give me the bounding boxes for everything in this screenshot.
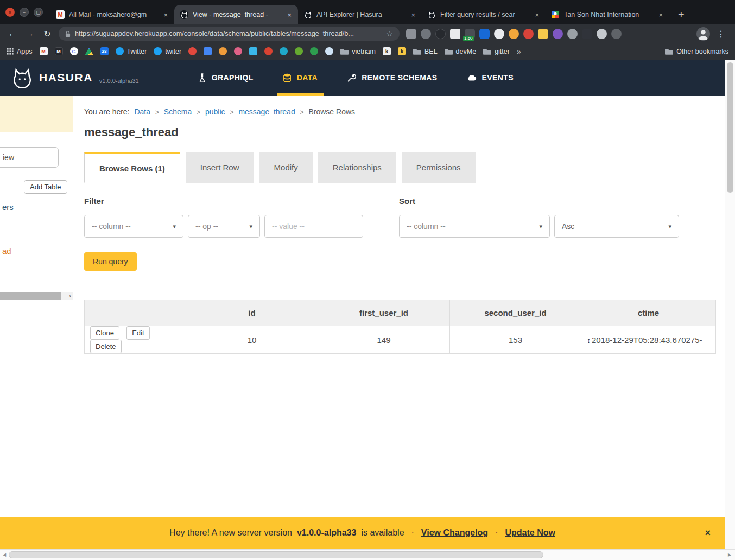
tab-browse-rows[interactable]: Browse Rows (1) bbox=[84, 152, 180, 183]
horizontal-scrollbar[interactable]: ◀ ▶ bbox=[0, 549, 735, 560]
vertical-scrollbar[interactable] bbox=[725, 60, 735, 549]
bookmark-folder-bel[interactable]: BEL bbox=[413, 48, 438, 55]
add-table-button[interactable]: Add Table bbox=[24, 180, 67, 194]
window-minimize-icon[interactable]: − bbox=[20, 8, 29, 17]
window-maximize-icon[interactable]: ▢ bbox=[34, 8, 43, 17]
k-bookmark-icon[interactable]: k bbox=[398, 47, 406, 55]
bookmark-site-icon[interactable] bbox=[264, 47, 273, 55]
edit-button[interactable]: Edit bbox=[126, 326, 149, 340]
scroll-right-icon[interactable]: › bbox=[69, 292, 71, 300]
filter-column-select[interactable]: -- column -- ▾ bbox=[84, 215, 183, 238]
tab-insert-row[interactable]: Insert Row bbox=[186, 152, 254, 183]
google-bookmark-icon[interactable]: G bbox=[70, 47, 78, 55]
bookmark-site-icon[interactable] bbox=[219, 47, 227, 55]
browser-tab-maps[interactable]: Tan Son Nhat Internation × bbox=[546, 5, 669, 24]
url-text[interactable]: https://suguappdev.herokuapp.com/console… bbox=[75, 30, 382, 37]
browser-menu-icon[interactable]: ⋮ bbox=[711, 29, 731, 39]
sort-order-select[interactable]: Asc ▾ bbox=[554, 215, 679, 238]
bookmark-site-icon[interactable] bbox=[188, 47, 197, 55]
filter-op-select[interactable]: -- op -- ▾ bbox=[188, 215, 260, 238]
k-bookmark-icon[interactable]: k bbox=[383, 47, 391, 55]
extension-icon[interactable] bbox=[494, 29, 504, 39]
expand-updown-icon[interactable]: ↕ bbox=[587, 336, 591, 345]
tab-relationships[interactable]: Relationships bbox=[318, 152, 396, 183]
extension-icon[interactable] bbox=[597, 29, 607, 39]
banner-close-icon[interactable]: × bbox=[705, 527, 711, 539]
profile-avatar[interactable] bbox=[696, 27, 710, 41]
extension-icon[interactable] bbox=[538, 29, 548, 39]
browser-tab-active-message-thread[interactable]: View - message_thread - × bbox=[174, 5, 298, 24]
bookmark-site-icon[interactable] bbox=[204, 47, 212, 55]
update-now-link[interactable]: Update Now bbox=[505, 528, 555, 538]
filter-value-input[interactable] bbox=[264, 215, 363, 238]
new-tab-button[interactable]: + bbox=[669, 5, 693, 24]
bookmark-site-icon[interactable] bbox=[295, 47, 303, 55]
bookmark-twitter[interactable]: Twitter bbox=[116, 47, 147, 55]
bookmark-site-icon[interactable] bbox=[325, 47, 333, 55]
bookmark-site-icon[interactable] bbox=[280, 47, 288, 55]
browser-tab-api-explorer[interactable]: API Explorer | Hasura × bbox=[298, 5, 422, 24]
bookmarks-overflow-icon[interactable]: » bbox=[517, 47, 521, 56]
breadcrumb-link-schema[interactable]: Schema bbox=[164, 107, 192, 116]
window-close-icon[interactable]: × bbox=[5, 8, 15, 17]
extension-icon[interactable] bbox=[553, 29, 563, 39]
scroll-left-icon[interactable]: ◀ bbox=[0, 550, 9, 560]
scrollbar-thumb[interactable] bbox=[0, 292, 61, 300]
bookmark-folder-gitter[interactable]: gitter bbox=[483, 48, 510, 55]
sidebar-horizontal-scrollbar[interactable]: › bbox=[0, 292, 73, 300]
bookmark-site-icon[interactable] bbox=[310, 47, 318, 55]
extension-icon[interactable] bbox=[479, 29, 490, 39]
tab-close-icon[interactable]: × bbox=[285, 11, 294, 19]
breadcrumb-link-table[interactable]: message_thread bbox=[238, 107, 295, 116]
scrollbar-thumb[interactable] bbox=[727, 62, 733, 193]
delete-button[interactable]: Delete bbox=[90, 340, 122, 353]
browser-tab-filter-query[interactable]: Filter query results / sear × bbox=[422, 5, 546, 24]
extension-icon[interactable] bbox=[523, 29, 534, 39]
extension-icon[interactable] bbox=[611, 29, 622, 39]
nav-remote-schemas[interactable]: REMOTE SCHEMAS bbox=[332, 60, 452, 96]
extension-icon[interactable] bbox=[435, 29, 446, 39]
view-changelog-link[interactable]: View Changelog bbox=[421, 528, 488, 538]
extension-icon[interactable] bbox=[406, 29, 416, 39]
tab-close-icon[interactable]: × bbox=[656, 11, 665, 19]
table-search-input[interactable]: iew bbox=[0, 147, 59, 168]
extension-icon[interactable] bbox=[582, 29, 592, 39]
apps-shortcut[interactable]: Apps bbox=[7, 48, 33, 55]
reload-icon[interactable]: ↻ bbox=[39, 29, 55, 39]
forward-icon[interactable]: → bbox=[22, 29, 38, 39]
nav-graphiql[interactable]: GRAPHIQL bbox=[183, 60, 268, 96]
tab-close-icon[interactable]: × bbox=[409, 11, 417, 19]
back-icon[interactable]: ← bbox=[4, 29, 21, 39]
scrollbar-thumb[interactable] bbox=[9, 551, 543, 558]
nav-data[interactable]: DATA bbox=[268, 60, 332, 96]
sort-column-select[interactable]: -- column -- ▾ bbox=[399, 215, 550, 238]
bookmark-star-icon[interactable]: ☆ bbox=[386, 29, 393, 38]
extension-icon[interactable] bbox=[421, 29, 431, 39]
drive-bookmark-icon[interactable] bbox=[85, 48, 93, 55]
hasura-brand[interactable]: HASURA v1.0.0-alpha31 bbox=[0, 60, 144, 96]
bookmark-site-icon[interactable] bbox=[234, 47, 242, 55]
calendar-bookmark-icon[interactable]: 28 bbox=[100, 47, 109, 55]
nav-events[interactable]: EVENTS bbox=[452, 60, 528, 96]
gmail-bookmark-icon[interactable]: M bbox=[40, 47, 48, 55]
tab-permissions[interactable]: Permissions bbox=[402, 152, 476, 183]
address-bar[interactable]: https://suguappdev.herokuapp.com/console… bbox=[59, 27, 400, 41]
extension-icon[interactable]: 1.60 bbox=[465, 29, 475, 39]
bookmark-twiter[interactable]: twiter bbox=[154, 47, 181, 55]
medium-bookmark-icon[interactable]: M bbox=[55, 47, 63, 55]
sidebar-table-item[interactable]: ers bbox=[2, 202, 14, 212]
bookmark-site-icon[interactable] bbox=[249, 47, 257, 55]
run-query-button[interactable]: Run query bbox=[84, 252, 137, 271]
extension-icon[interactable] bbox=[450, 29, 460, 39]
bookmark-folder-vietnam[interactable]: vietnam bbox=[340, 48, 376, 55]
other-bookmarks[interactable]: Other bookmarks bbox=[665, 48, 728, 55]
sidebar-table-item-active[interactable]: ad bbox=[2, 246, 11, 256]
bookmark-folder-devme[interactable]: devMe bbox=[445, 48, 477, 55]
tab-close-icon[interactable]: × bbox=[161, 11, 170, 19]
breadcrumb-link-public[interactable]: public bbox=[205, 107, 225, 116]
clone-button[interactable]: Clone bbox=[90, 326, 119, 340]
tab-close-icon[interactable]: × bbox=[533, 11, 541, 19]
extension-icon[interactable] bbox=[509, 29, 519, 39]
extension-icon[interactable] bbox=[567, 29, 578, 39]
tab-modify[interactable]: Modify bbox=[259, 152, 313, 183]
